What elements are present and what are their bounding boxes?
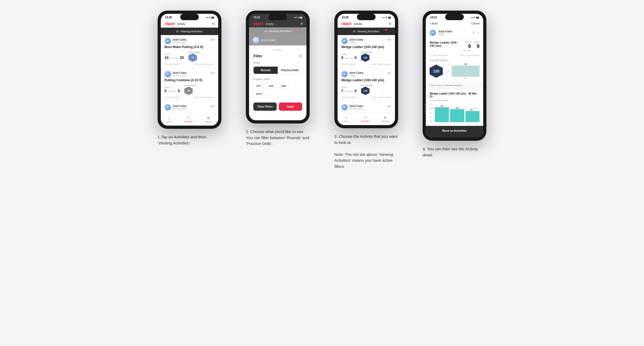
- detail-user-text-4: Josh Coles Today: [438, 30, 452, 36]
- more-dots-3-1[interactable]: •••: [387, 38, 391, 42]
- logo-1: clippd Activity: [165, 22, 185, 26]
- hamburger-3[interactable]: ≡: [389, 22, 391, 26]
- activity-title-3-2: Wedge Ladder (100-140 yds): [341, 78, 391, 82]
- modal-handle-2: [273, 50, 283, 51]
- battery-icon-3: ▮▮: [388, 16, 391, 19]
- more-dots-1-3[interactable]: •••: [211, 104, 214, 108]
- edit-icon-4[interactable]: ✎: [472, 31, 475, 35]
- card-header-3-1: JC Josh Coles Today •••: [341, 38, 391, 44]
- phone-notch-4: [445, 14, 464, 20]
- rounds-toggle-2[interactable]: Rounds: [254, 67, 278, 74]
- wifi-icon-3: ▾: [386, 16, 387, 19]
- signal-icon-3: ▪▪▪: [382, 16, 385, 19]
- detail-avatar-4: JC: [430, 29, 436, 36]
- phone-notch-1: [180, 14, 199, 20]
- drill-tag-putt[interactable]: PUTT: [253, 91, 266, 97]
- viewing-bar-2[interactable]: ⚙ Viewing Activities: [249, 27, 306, 35]
- shots-value-1-1: 20: [180, 55, 184, 60]
- sq-value-3-1: 130: [363, 56, 367, 59]
- player-activity-prefix-4: Player Activity •: [430, 84, 444, 87]
- card-header-1-3: JC Josh Coles 28 Feb 2023 •••: [165, 104, 214, 110]
- nav-capture-1[interactable]: ⊕ Capture: [205, 116, 212, 123]
- nav-activities-3[interactable]: ⚐ Activities: [361, 115, 369, 122]
- battery-icon-2: ▮▮: [300, 16, 302, 19]
- step-2-column: 13:21 ▪▪▪ ▾ ▮▮ clippd Activity ≡ ⚙ Viewi…: [238, 11, 318, 147]
- bar-x-label-4: APP: [464, 77, 468, 79]
- user-date-1-3: 28 Feb 2023: [172, 108, 187, 110]
- user-details-1-1: Josh Coles 28 Feb 2023: [172, 38, 187, 44]
- status-icons-3: ▪▪▪ ▾ ▮▮: [382, 16, 391, 19]
- home-icon-3: ⌂: [345, 115, 347, 119]
- nav-capture-label-1: Capture: [205, 121, 212, 123]
- modal-close-2[interactable]: ✕: [299, 54, 302, 58]
- more-dots-1-2[interactable]: •••: [211, 71, 214, 75]
- practice-drills-toggle-2[interactable]: Practice Drills: [278, 67, 302, 74]
- card-header-3-2: JC Josh Coles Today •••: [341, 71, 391, 77]
- filter-icon-3: ⚙: [353, 30, 355, 33]
- hamburger-1[interactable]: ≡: [212, 22, 214, 26]
- activity-title-3-1: Wedge Ladder (100-140 yds): [341, 45, 391, 49]
- cancel-button-4[interactable]: Cancel: [471, 22, 479, 25]
- nav-capture-label-3: Capture: [381, 120, 389, 122]
- footer-right-1-2: Data: Clippd Capture: [195, 96, 214, 99]
- app-header-1: clippd Activity ≡: [161, 20, 218, 28]
- drill-tag-arg[interactable]: ARG: [278, 83, 289, 89]
- mini-y-120: 120: [430, 108, 433, 110]
- more-dots-3-3[interactable]: •••: [387, 104, 391, 108]
- drill-tag-app[interactable]: APP: [266, 83, 276, 89]
- score-col-1-2: Score 0 OUT OF 9: [165, 86, 180, 93]
- signal-icon-4: ▪▪▪: [471, 16, 474, 19]
- user-name-3-2: Josh Coles: [349, 71, 363, 74]
- activity-card-1-2[interactable]: JC Josh Coles 28 Feb 2023 ••• Putting Co…: [161, 68, 218, 101]
- user-details-1-3: Josh Coles 28 Feb 2023: [172, 105, 187, 110]
- filter-icon-2: ⚙: [265, 30, 267, 33]
- stat-divider-3-2: [359, 87, 359, 92]
- nav-activities-1[interactable]: ⚐ Activities: [184, 116, 193, 123]
- viewing-activities-label-1: Viewing Activities: [180, 30, 203, 33]
- mini-bar-label-1: 132: [440, 105, 444, 107]
- card-header-3-3: JC Josh Coles 28 Feb 2023 •••: [341, 104, 391, 110]
- mini-chart-title-4: Wedge Ladder (100–140 yds) - 06 Mar 23: [430, 92, 479, 98]
- score-label-3-2: Score: [341, 86, 357, 89]
- app-header-3: clippd Activity ≡: [338, 20, 395, 28]
- score-value-3-2: 7: [341, 89, 343, 93]
- nav-activities-label-3: Activities: [361, 120, 369, 122]
- phone-screen-1: 13:20 ▪▪▪ ▾ ▮▮ clippd Activity ≡ ⚙: [161, 14, 218, 126]
- hamburger-2[interactable]: ≡: [301, 22, 303, 26]
- stat-divider-1-2: [182, 87, 182, 92]
- nav-home-3[interactable]: ⌂ Home: [343, 115, 349, 122]
- detail-user-row-4: JC Josh Coles Today ✎ ⤢: [426, 27, 483, 38]
- footer-right-1-1: Data: Clippd Capture: [195, 63, 214, 65]
- nav-capture-3[interactable]: ⊕ Capture: [381, 115, 389, 122]
- activity-card-3-2[interactable]: JC Josh Coles Today ••• Wedge Ladder (10…: [338, 68, 395, 101]
- user-name-3-3: Josh Coles: [349, 105, 363, 108]
- status-icons-4: ▪▪▪ ▾ ▮▮: [471, 16, 479, 19]
- detail-title-4: Wedge Ladder (100–140 yds): [430, 41, 461, 47]
- expand-icon-4[interactable]: ⤢: [477, 31, 479, 35]
- info-icon-4: ⓘ: [430, 54, 432, 57]
- back-button-4[interactable]: < Back: [430, 22, 438, 25]
- activity-card-3-1[interactable]: JC Josh Coles Today ••• Wedge Ladder (10…: [338, 35, 395, 68]
- scores-cols-4: Score 9 OUT OF Shots 9: [463, 41, 480, 52]
- nav-home-1[interactable]: ⌂ Home: [167, 116, 172, 123]
- apply-btn-2[interactable]: Apply: [279, 102, 302, 111]
- card-footer-1-1: Test Information Data: Clippd Capture: [165, 63, 214, 65]
- card-footer-1-2: Test Information Data: Clippd Capture: [165, 96, 214, 99]
- sq-badge-1-1: 75: [188, 53, 197, 62]
- clear-filters-btn-2[interactable]: Clear Filters: [253, 102, 277, 111]
- drill-tag-ott[interactable]: OTT: [253, 83, 264, 89]
- more-dots-1-1[interactable]: •••: [211, 38, 214, 42]
- more-dots-3-2[interactable]: •••: [387, 71, 391, 75]
- mini-bar-label-3: 124 ····: [470, 109, 475, 111]
- activity-card-1-1[interactable]: JC Josh Coles 28 Feb 2023 ••• Must Make …: [161, 35, 218, 68]
- user-name-1-3: Josh Coles: [172, 105, 187, 108]
- mini-bar-label-2: 129: [456, 107, 459, 109]
- viewing-bar-1[interactable]: ⚙ Viewing Activities: [161, 28, 218, 35]
- phone-screen-2: 13:21 ▪▪▪ ▾ ▮▮ clippd Activity ≡ ⚙ Viewi…: [249, 14, 306, 120]
- sq-hexagon-4: 130: [430, 65, 443, 78]
- mini-y-80: 80: [430, 116, 433, 118]
- user-info-3-1: JC Josh Coles Today: [341, 38, 363, 44]
- viewing-bar-3[interactable]: ⚙ Viewing Activities: [338, 28, 395, 35]
- back-to-activities-btn-4[interactable]: Back to Activities: [426, 126, 483, 135]
- modal-title-row-2: Filter ✕: [253, 54, 302, 58]
